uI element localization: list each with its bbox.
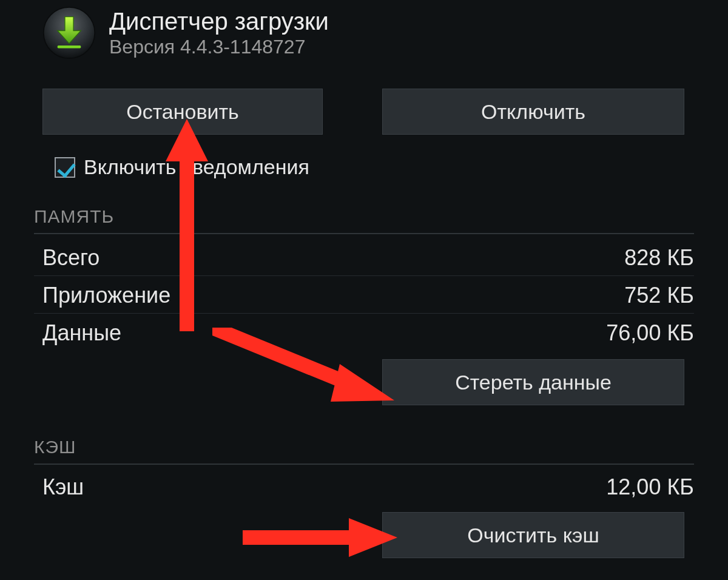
app-info-screen: Диспетчер загрузки Версия 4.4.3-1148727 … (0, 0, 728, 580)
clear-cache-button[interactable]: Очистить кэш (382, 512, 684, 558)
notifications-label: Включить уведомления (84, 155, 309, 179)
cache-row: Кэш 12,00 КБ (42, 474, 694, 500)
memory-total-label: Всего (42, 245, 99, 271)
clear-data-button[interactable]: Стереть данные (382, 359, 684, 405)
app-title: Диспетчер загрузки (109, 8, 329, 35)
divider (34, 313, 694, 314)
app-titles: Диспетчер загрузки Версия 4.4.3-1148727 (109, 8, 329, 58)
memory-app-value: 752 КБ (624, 283, 694, 308)
section-header-cache: КЭШ (34, 437, 694, 465)
cache-value: 12,00 КБ (606, 474, 694, 500)
memory-total-value: 828 КБ (624, 245, 694, 271)
app-version: Версия 4.4.3-1148727 (109, 36, 329, 58)
svg-rect-1 (58, 46, 81, 48)
checkbox-icon (55, 157, 75, 178)
divider (34, 275, 694, 276)
memory-data-label: Данные (42, 320, 121, 346)
download-manager-icon (42, 6, 96, 59)
memory-app-row: Приложение 752 КБ (42, 283, 694, 308)
memory-data-row: Данные 76,00 КБ (42, 320, 694, 346)
section-header-memory: ПАМЯТЬ (34, 206, 694, 234)
notifications-checkbox-row[interactable]: Включить уведомления (55, 155, 309, 179)
disable-button[interactable]: Отключить (382, 89, 684, 135)
annotation-arrow-clear-cache-icon (243, 516, 400, 559)
cache-label: Кэш (42, 474, 84, 500)
memory-data-value: 76,00 КБ (606, 320, 694, 346)
memory-app-label: Приложение (42, 283, 170, 308)
app-header: Диспетчер загрузки Версия 4.4.3-1148727 (42, 6, 329, 59)
memory-total-row: Всего 828 КБ (42, 245, 694, 271)
stop-button[interactable]: Остановить (42, 89, 323, 135)
